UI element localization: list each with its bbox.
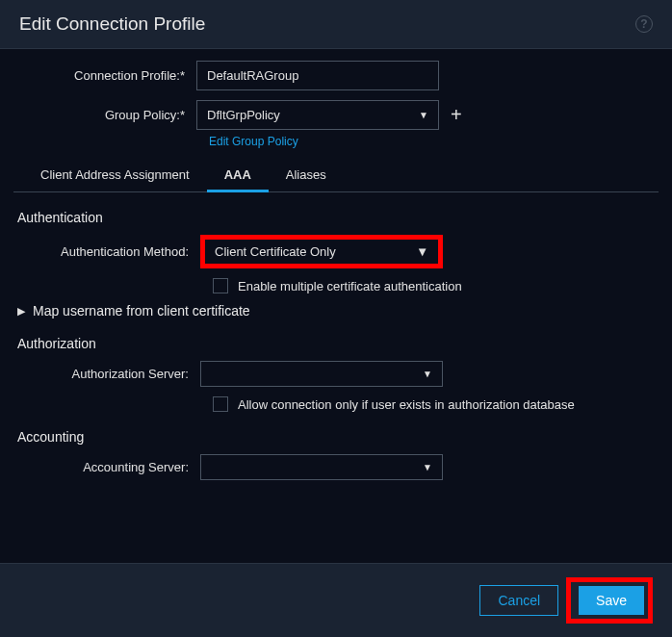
auth-method-value: Client Certificate Only <box>215 244 336 259</box>
allow-only-label: Allow connection only if user exists in … <box>238 397 575 412</box>
chevron-down-icon: ▼ <box>419 110 428 120</box>
authorization-title: Authorization <box>17 336 659 351</box>
connection-profile-row: Connection Profile:* <box>13 61 659 90</box>
authz-server-label: Authorization Server: <box>17 367 200 381</box>
help-icon[interactable]: ? <box>635 15 653 33</box>
tab-aaa[interactable]: AAA <box>207 160 269 192</box>
cancel-button[interactable]: Cancel <box>479 585 558 616</box>
connection-profile-input[interactable] <box>196 61 439 90</box>
enable-multi-cert-checkbox[interactable] <box>213 278 228 293</box>
authz-server-row: Authorization Server: ▼ <box>17 361 659 387</box>
allow-only-checkbox[interactable] <box>213 396 228 412</box>
accounting-title: Accounting <box>17 429 659 445</box>
group-policy-label: Group Policy:* <box>13 108 196 122</box>
authz-server-select[interactable]: ▼ <box>200 361 443 387</box>
save-button[interactable]: Save <box>579 586 644 615</box>
chevron-right-icon: ▶ <box>17 305 25 318</box>
group-policy-select[interactable]: DfltGrpPolicy ▼ <box>196 100 439 130</box>
authentication-title: Authentication <box>17 210 659 225</box>
authentication-section: Authentication Authentication Method: Cl… <box>13 210 659 293</box>
dialog-body: Connection Profile:* Group Policy:* Dflt… <box>0 49 672 563</box>
group-policy-value: DfltGrpPolicy <box>207 108 280 122</box>
acct-server-label: Accounting Server: <box>17 460 200 474</box>
auth-method-label: Authentication Method: <box>17 244 200 259</box>
map-username-expander[interactable]: ▶ Map username from client certificate <box>13 303 659 318</box>
allow-only-row: Allow connection only if user exists in … <box>213 396 659 412</box>
connection-profile-label: Connection Profile:* <box>13 68 196 83</box>
edit-group-policy-link[interactable]: Edit Group Policy <box>209 135 659 148</box>
enable-multi-cert-label: Enable multiple certificate authenticati… <box>238 279 462 293</box>
add-group-policy-button[interactable]: + <box>451 104 462 126</box>
map-username-label: Map username from client certificate <box>33 303 250 318</box>
dialog-footer: Cancel Save <box>0 563 672 637</box>
tab-aliases[interactable]: Aliases <box>269 160 344 192</box>
chevron-down-icon: ▼ <box>423 369 432 379</box>
title-bar: Edit Connection Profile ? <box>0 0 672 49</box>
accounting-section: Accounting Accounting Server: ▼ <box>13 429 659 480</box>
save-button-highlight: Save <box>566 577 653 624</box>
chevron-down-icon: ▼ <box>423 462 432 472</box>
tab-client-address-assignment[interactable]: Client Address Assignment <box>23 160 207 192</box>
acct-server-row: Accounting Server: ▼ <box>17 454 659 480</box>
group-policy-row: Group Policy:* DfltGrpPolicy ▼ + <box>13 100 659 130</box>
edit-connection-profile-dialog: Edit Connection Profile ? Connection Pro… <box>0 0 672 637</box>
chevron-down-icon: ▼ <box>416 244 428 259</box>
enable-multi-cert-row: Enable multiple certificate authenticati… <box>213 278 659 293</box>
auth-method-row: Authentication Method: Client Certificat… <box>17 235 659 268</box>
authorization-section: Authorization Authorization Server: ▼ Al… <box>13 336 659 412</box>
acct-server-select[interactable]: ▼ <box>200 454 443 480</box>
dialog-title: Edit Connection Profile <box>19 13 205 35</box>
auth-method-select[interactable]: Client Certificate Only ▼ <box>200 235 443 268</box>
tabs: Client Address Assignment AAA Aliases <box>13 160 659 192</box>
